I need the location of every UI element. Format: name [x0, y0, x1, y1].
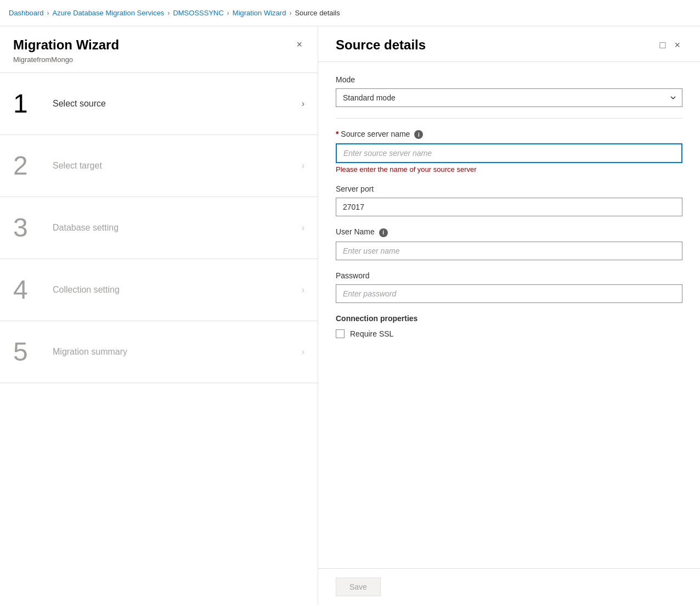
- step-3-number: 3: [13, 215, 48, 241]
- step-5-chevron-icon: ›: [302, 347, 304, 357]
- source-server-name-input[interactable]: [336, 143, 682, 163]
- step-4-chevron-icon: ›: [302, 285, 304, 295]
- right-header-actions: □ ×: [658, 38, 682, 52]
- password-label: Password: [336, 271, 682, 280]
- step-2-label: Select target: [53, 161, 302, 171]
- step-2-chevron-icon: ›: [302, 161, 304, 171]
- connection-properties-label: Connection properties: [336, 314, 682, 323]
- breadcrumb-sep-1: ›: [47, 9, 49, 17]
- server-port-label: Server port: [336, 184, 682, 193]
- breadcrumb-migration-services[interactable]: Azure Database Migration Services: [53, 9, 165, 17]
- user-name-info-icon[interactable]: i: [379, 228, 388, 237]
- password-input[interactable]: [336, 284, 682, 303]
- require-ssl-item[interactable]: Require SSL: [336, 329, 682, 338]
- source-server-name-error: Please enter the name of your source ser…: [336, 165, 682, 173]
- form-divider: [336, 118, 682, 119]
- left-header-text: Migration Wizard MigratefromMongo: [13, 37, 119, 64]
- step-2-select-target[interactable]: 2 Select target ›: [0, 135, 318, 197]
- right-footer: Save: [318, 568, 700, 605]
- step-1-number: 1: [13, 91, 48, 117]
- mode-select[interactable]: Standard mode Connection string mode: [336, 88, 682, 107]
- step-1-chevron-icon: ›: [302, 99, 304, 109]
- step-5-migration-summary[interactable]: 5 Migration summary ›: [0, 321, 318, 383]
- breadcrumb: Dashboard › Azure Database Migration Ser…: [0, 0, 700, 26]
- step-1-select-source[interactable]: 1 Select source ›: [0, 73, 318, 135]
- breadcrumb-sep-3: ›: [227, 9, 229, 17]
- wizard-title: Migration Wizard: [13, 37, 119, 53]
- step-4-collection-setting[interactable]: 4 Collection setting ›: [0, 259, 318, 321]
- mode-group: Mode Standard mode Connection string mod…: [336, 75, 682, 107]
- server-port-input[interactable]: [336, 198, 682, 216]
- require-ssl-checkbox[interactable]: [336, 329, 345, 338]
- left-panel: Migration Wizard MigratefromMongo × 1 Se…: [0, 26, 318, 605]
- maximize-button[interactable]: □: [658, 38, 668, 52]
- steps-list: 1 Select source › 2 Select target › 3 Da…: [0, 73, 318, 605]
- step-4-number: 4: [13, 277, 48, 303]
- step-5-label: Migration summary: [53, 347, 302, 357]
- breadcrumb-source-details: Source details: [295, 9, 340, 17]
- server-port-group: Server port: [336, 184, 682, 216]
- connection-properties-group: Connection properties Require SSL: [336, 314, 682, 338]
- source-server-name-info-icon[interactable]: i: [414, 130, 423, 139]
- breadcrumb-migration-wizard[interactable]: Migration Wizard: [233, 9, 286, 17]
- require-ssl-label: Require SSL: [350, 329, 393, 338]
- wizard-subtitle: MigratefromMongo: [13, 55, 119, 64]
- step-4-label: Collection setting: [53, 285, 302, 295]
- breadcrumb-sep-4: ›: [289, 9, 291, 17]
- user-name-label: User Name i: [336, 227, 682, 237]
- breadcrumb-dashboard[interactable]: Dashboard: [9, 9, 44, 17]
- form-content: Mode Standard mode Connection string mod…: [318, 62, 700, 568]
- right-panel: Source details □ × Mode Standard mode Co…: [318, 26, 700, 605]
- step-1-label: Select source: [53, 99, 302, 109]
- source-details-title: Source details: [336, 37, 426, 53]
- step-3-label: Database setting: [53, 223, 302, 233]
- step-3-chevron-icon: ›: [302, 223, 304, 233]
- user-name-group: User Name i: [336, 227, 682, 260]
- save-button[interactable]: Save: [336, 578, 381, 596]
- password-group: Password: [336, 271, 682, 303]
- mode-label: Mode: [336, 75, 682, 84]
- step-2-number: 2: [13, 153, 48, 179]
- breadcrumb-dmsosssync[interactable]: DMSOSSSYNC: [173, 9, 223, 17]
- step-5-number: 5: [13, 339, 48, 365]
- left-header: Migration Wizard MigratefromMongo ×: [0, 26, 318, 73]
- source-server-name-group: Source server name i Please enter the na…: [336, 130, 682, 173]
- breadcrumb-sep-2: ›: [167, 9, 170, 17]
- step-3-database-setting[interactable]: 3 Database setting ›: [0, 197, 318, 259]
- source-server-name-label: Source server name i: [336, 130, 682, 139]
- source-details-close-button[interactable]: ×: [672, 38, 682, 52]
- user-name-input[interactable]: [336, 242, 682, 260]
- main-layout: Migration Wizard MigratefromMongo × 1 Se…: [0, 26, 700, 605]
- wizard-close-button[interactable]: ×: [294, 37, 304, 52]
- right-header: Source details □ ×: [318, 26, 700, 62]
